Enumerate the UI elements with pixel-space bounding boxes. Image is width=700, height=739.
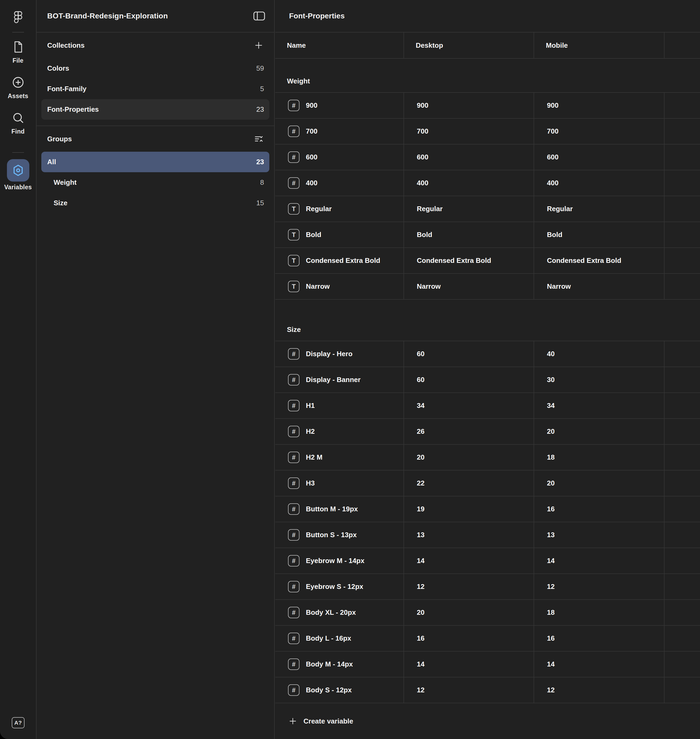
variable-name-cell[interactable]: #Body XL - 20px xyxy=(275,600,404,625)
mobile-value-cell[interactable]: 20 xyxy=(534,419,665,444)
mobile-value-cell[interactable]: 40 xyxy=(534,341,665,367)
desktop-value-cell[interactable]: 20 xyxy=(404,600,534,625)
desktop-value-cell[interactable]: 14 xyxy=(404,548,534,573)
mobile-value-cell[interactable]: 30 xyxy=(534,367,665,392)
mobile-value-cell[interactable]: 900 xyxy=(534,93,665,118)
mobile-value-cell[interactable]: 13 xyxy=(534,522,665,548)
variable-name-cell[interactable]: #Body M - 14px xyxy=(275,652,404,677)
variable-name-cell[interactable]: TRegular xyxy=(275,196,404,222)
variable-name-cell[interactable]: #H1 xyxy=(275,393,404,418)
nav-file[interactable]: File xyxy=(10,39,26,64)
mobile-value-cell[interactable]: 34 xyxy=(534,393,665,418)
nav-find[interactable]: Find xyxy=(10,110,26,135)
desktop-value-cell[interactable]: 19 xyxy=(404,497,534,522)
variable-row[interactable]: #H32220 xyxy=(275,470,700,497)
help-button[interactable]: A? xyxy=(12,717,25,728)
variable-row[interactable]: #H13434 xyxy=(275,393,700,419)
desktop-value-cell[interactable]: 26 xyxy=(404,419,534,444)
mobile-value-cell[interactable]: Narrow xyxy=(534,274,665,299)
variable-row[interactable]: #Body XL - 20px2018 xyxy=(275,600,700,626)
variable-row[interactable]: #Eyebrow S - 12px1212 xyxy=(275,574,700,600)
variable-name-cell[interactable]: #Display - Hero xyxy=(275,341,404,367)
add-collection-button[interactable] xyxy=(251,38,266,53)
desktop-value-cell[interactable]: 900 xyxy=(404,93,534,118)
variable-row[interactable]: #Body S - 12px1212 xyxy=(275,677,700,703)
mobile-value-cell[interactable]: 600 xyxy=(534,144,665,170)
mobile-value-cell[interactable]: 16 xyxy=(534,497,665,522)
desktop-value-cell[interactable]: 12 xyxy=(404,574,534,599)
mobile-value-cell[interactable]: Condensed Extra Bold xyxy=(534,248,665,273)
desktop-value-cell[interactable]: Bold xyxy=(404,222,534,247)
variable-name-cell[interactable]: #700 xyxy=(275,119,404,144)
variable-name-cell[interactable]: #H3 xyxy=(275,470,404,496)
variable-name-cell[interactable]: TBold xyxy=(275,222,404,247)
variable-row[interactable]: #Button S - 13px1313 xyxy=(275,522,700,548)
desktop-value-cell[interactable]: 600 xyxy=(404,144,534,170)
variable-name-cell[interactable]: #H2 M xyxy=(275,445,404,470)
mobile-value-cell[interactable]: 400 xyxy=(534,170,665,196)
column-header-name[interactable]: Name xyxy=(275,32,404,58)
variable-row[interactable]: #H2 M2018 xyxy=(275,445,700,470)
desktop-value-cell[interactable]: 20 xyxy=(404,445,534,470)
figma-logo[interactable] xyxy=(10,9,26,25)
desktop-value-cell[interactable]: 16 xyxy=(404,626,534,651)
group-item-all[interactable]: All 23 xyxy=(41,152,269,172)
desktop-value-cell[interactable]: Condensed Extra Bold xyxy=(404,248,534,273)
variable-name-cell[interactable]: #Body L - 16px xyxy=(275,626,404,651)
nav-variables[interactable]: Variables xyxy=(4,159,32,191)
variable-row[interactable]: TRegularRegularRegular xyxy=(275,196,700,222)
sort-groups-button[interactable] xyxy=(251,131,266,146)
variable-name-cell[interactable]: #Button S - 13px xyxy=(275,522,404,548)
desktop-value-cell[interactable]: 13 xyxy=(404,522,534,548)
column-header-desktop[interactable]: Desktop xyxy=(404,32,534,58)
variable-row[interactable]: #Eyebrow M - 14px1414 xyxy=(275,548,700,574)
variable-row[interactable]: TBoldBoldBold xyxy=(275,222,700,248)
nav-assets[interactable]: Assets xyxy=(8,74,28,100)
mobile-value-cell[interactable]: 700 xyxy=(534,119,665,144)
variable-row[interactable]: #H22620 xyxy=(275,419,700,445)
collection-item-font-properties[interactable]: Font-Properties 23 xyxy=(41,99,269,120)
group-item-weight[interactable]: Weight 8 xyxy=(37,172,274,193)
variable-name-cell[interactable]: #Display - Banner xyxy=(275,367,404,392)
variable-name-cell[interactable]: #400 xyxy=(275,170,404,196)
variable-row[interactable]: TCondensed Extra BoldCondensed Extra Bol… xyxy=(275,248,700,274)
desktop-value-cell[interactable]: 400 xyxy=(404,170,534,196)
variable-row[interactable]: #600600600 xyxy=(275,144,700,170)
variable-name-cell[interactable]: #900 xyxy=(275,93,404,118)
mobile-value-cell[interactable]: 16 xyxy=(534,626,665,651)
create-variable-button[interactable]: Create variable xyxy=(275,703,700,739)
mobile-value-cell[interactable]: 20 xyxy=(534,470,665,496)
desktop-value-cell[interactable]: Narrow xyxy=(404,274,534,299)
desktop-value-cell[interactable]: 700 xyxy=(404,119,534,144)
collection-item-colors[interactable]: Colors 59 xyxy=(37,58,274,79)
desktop-value-cell[interactable]: 22 xyxy=(404,470,534,496)
variable-name-cell[interactable]: TNarrow xyxy=(275,274,404,299)
group-item-size[interactable]: Size 15 xyxy=(37,193,274,213)
mobile-value-cell[interactable]: 14 xyxy=(534,548,665,573)
collapse-sidebar-button[interactable] xyxy=(252,9,267,24)
mobile-value-cell[interactable]: Bold xyxy=(534,222,665,247)
variable-row[interactable]: #Display - Hero6040 xyxy=(275,341,700,367)
variable-row[interactable]: TNarrowNarrowNarrow xyxy=(275,274,700,300)
desktop-value-cell[interactable]: 12 xyxy=(404,677,534,703)
desktop-value-cell[interactable]: 34 xyxy=(404,393,534,418)
desktop-value-cell[interactable]: 60 xyxy=(404,341,534,367)
variable-name-cell[interactable]: #Button M - 19px xyxy=(275,497,404,522)
variable-name-cell[interactable]: #Eyebrow S - 12px xyxy=(275,574,404,599)
variable-name-cell[interactable]: #Eyebrow M - 14px xyxy=(275,548,404,573)
variable-name-cell[interactable]: TCondensed Extra Bold xyxy=(275,248,404,273)
mobile-value-cell[interactable]: 18 xyxy=(534,600,665,625)
desktop-value-cell[interactable]: 14 xyxy=(404,652,534,677)
variable-row[interactable]: #Body L - 16px1616 xyxy=(275,626,700,652)
variable-row[interactable]: #900900900 xyxy=(275,93,700,119)
column-header-mobile[interactable]: Mobile xyxy=(534,32,665,58)
mobile-value-cell[interactable]: Regular xyxy=(534,196,665,222)
variable-name-cell[interactable]: #600 xyxy=(275,144,404,170)
desktop-value-cell[interactable]: Regular xyxy=(404,196,534,222)
mobile-value-cell[interactable]: 14 xyxy=(534,652,665,677)
collection-item-font-family[interactable]: Font-Family 5 xyxy=(37,79,274,99)
desktop-value-cell[interactable]: 60 xyxy=(404,367,534,392)
variable-row[interactable]: #700700700 xyxy=(275,119,700,144)
mobile-value-cell[interactable]: 12 xyxy=(534,574,665,599)
variable-row[interactable]: #Button M - 19px1916 xyxy=(275,497,700,522)
